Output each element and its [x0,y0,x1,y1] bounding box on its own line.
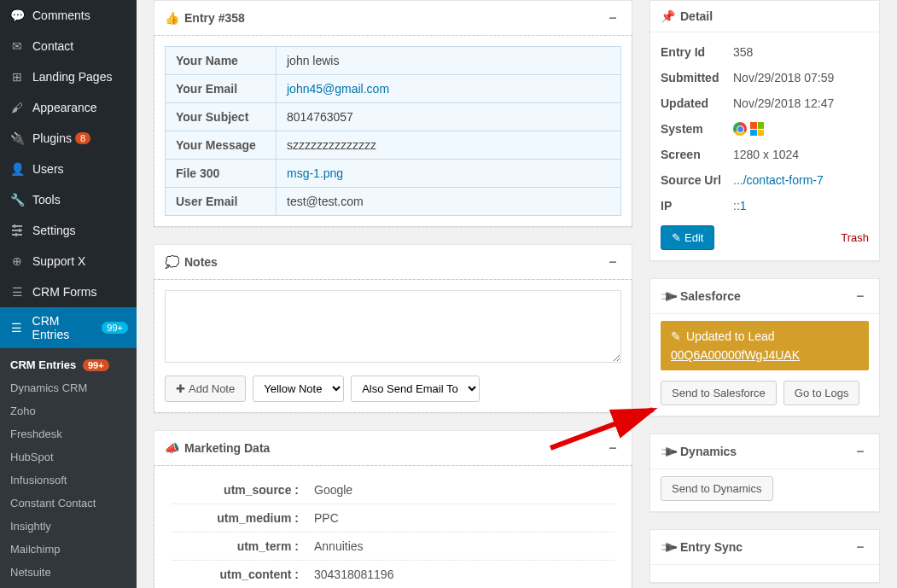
edit-button[interactable]: ✎ Edit [661,225,714,250]
entry-sync-panel: 🔌Entry Sync – [649,529,880,583]
detail-value: Nov/29/2018 12:47 [733,96,869,110]
megaphone-icon: 📣 [165,441,179,455]
sidebar-item-support-x[interactable]: ⊕Support X [0,246,137,277]
banner-text: Updated to Lead [686,329,775,343]
salesforce-status-banner: ✎ Updated to Lead 00Q6A00000fWgJ4UAK [661,321,869,370]
thumbs-up-icon: 👍 [165,11,179,25]
collapse-toggle[interactable]: – [852,288,869,305]
user-icon: 👤 [9,160,26,178]
sidebar-item-label: Landing Pages [32,70,112,84]
send-to-salesforce-button[interactable]: Send to Salesforce [661,381,777,405]
subitem-insightly[interactable]: Insightly [0,515,137,538]
subitem-netsuite[interactable]: Netsuite [0,561,137,584]
subitem-mailchimp[interactable]: Mailchimp [0,538,137,561]
sidebar-item-appearance[interactable]: 🖌Appearance [0,92,137,123]
panel-title: Entry Sync [680,540,743,554]
collapse-toggle[interactable]: – [604,440,621,457]
sidebar-item-plugins[interactable]: 🔌Plugins8 [0,123,137,154]
marketing-value: Google [304,483,615,497]
badge: 99+ [83,359,109,371]
note-email-select[interactable]: Also Send Email To [351,376,480,402]
ip-link[interactable]: ::1 [733,199,747,212]
add-note-button[interactable]: ✚Add Note [165,376,246,402]
badge: 99+ [102,322,128,334]
sidebar-item-comments[interactable]: 💬Comments [0,0,137,31]
button-label: Add Note [189,382,235,395]
sidebar-submenu: CRM Entries 99+ Dynamics CRM Zoho Freshd… [0,348,137,588]
sidebar-item-landing-pages[interactable]: ⊞Landing Pages [0,61,137,92]
subitem-infusionsoft[interactable]: Infusionsoft [0,469,137,492]
go-to-logs-button[interactable]: Go to Logs [783,381,860,405]
field-label: File 300 [166,160,277,188]
main-content: 👍Entry #358 – Your Namejohn lewisYour Em… [137,0,897,588]
field-link[interactable]: msg-1.png [287,166,343,180]
panel-title: Notes [184,255,218,269]
collapse-toggle[interactable]: – [852,443,869,460]
trash-link[interactable]: Trash [841,231,869,244]
admin-sidebar: 💬Comments ✉Contact ⊞Landing Pages 🖌Appea… [0,0,137,588]
table-row: Your Emailjohn45@gmail.com [166,75,621,103]
marketing-label: utm_content : [172,568,304,581]
pin-icon: 📌 [661,9,675,23]
marketing-label: utm_medium : [172,511,304,525]
svg-rect-3 [14,224,15,228]
wrench-icon: 🔧 [9,191,26,208]
table-row: Your Messageszzzzzzzzzzzzzz [166,131,621,160]
sliders-icon [9,222,26,239]
subitem-crm-entries[interactable]: CRM Entries 99+ [0,353,137,376]
sidebar-item-label: Comments [32,9,90,22]
subitem-constant-contact[interactable]: Constant Contact [0,492,137,515]
panel-title: Marketing Data [184,441,270,455]
plug-icon: 🔌 [658,441,678,461]
note-textarea[interactable] [165,290,621,363]
send-to-dynamics-button[interactable]: Send to Dynamics [661,476,773,501]
sidebar-item-crm-forms[interactable]: ☰CRM Forms [0,277,137,307]
salesforce-record-link[interactable]: 00Q6A00000fWgJ4UAK [671,348,859,362]
subitem-zoho[interactable]: Zoho [0,399,137,422]
marketing-label: utm_term : [172,539,304,553]
detail-label: System [661,122,733,136]
button-label: Edit [684,231,703,244]
marketing-label: utm_source : [172,483,304,497]
subitem-dynamics[interactable]: Dynamics CRM [0,376,137,399]
table-row: Your Subject8014763057 [166,103,621,131]
notes-panel: 💭Notes – ✚Add Note Yellow Note Also Send… [154,244,632,413]
detail-value: 358 [733,45,869,59]
brush-icon: 🖌 [9,99,26,116]
sidebar-item-label: CRM Entries [32,314,99,341]
sidebar-item-label: Settings [32,224,76,237]
collapse-toggle[interactable]: – [604,9,621,26]
plug-icon: 🔌 [658,537,678,556]
collapse-toggle[interactable]: – [852,539,869,556]
sidebar-item-contact[interactable]: ✉Contact [0,31,137,61]
field-label: Your Subject [166,103,277,131]
entry-fields-table: Your Namejohn lewisYour Emailjohn45@gmai… [165,46,621,216]
detail-label: Updated [661,96,733,110]
sidebar-item-users[interactable]: 👤Users [0,154,137,184]
sidebar-item-label: Appearance [32,101,97,114]
table-row: Your Namejohn lewis [166,47,621,75]
source-url-link[interactable]: .../contact-form-7 [733,173,824,187]
pencil-icon: ✎ [672,231,681,244]
marketing-row: utm_content :304318081196 [172,561,615,588]
subitem-hubspot[interactable]: HubSpot [0,445,137,469]
sidebar-item-label: Plugins [32,131,72,145]
comment-icon: 💬 [9,7,26,24]
detail-panel: 📌Detail Entry Id358 SubmittedNov/29/2018… [649,0,880,261]
field-link[interactable]: john45@gmail.com [287,82,389,96]
chrome-icon [733,122,747,136]
note-color-select[interactable]: Yellow Note [253,376,344,402]
sidebar-item-tools[interactable]: 🔧Tools [0,184,137,215]
panel-title: Detail [680,9,713,23]
subitem-freshdesk[interactable]: Freshdesk [0,422,137,445]
detail-value: Nov/29/2018 07:59 [733,71,869,84]
sidebar-item-crm-entries[interactable]: ☰CRM Entries99+ [0,307,137,348]
svg-rect-5 [15,233,17,236]
field-value: 8014763057 [277,103,621,131]
sidebar-item-settings[interactable]: Settings [0,215,137,246]
marketing-row: utm_term :Annuities [172,533,615,561]
detail-label: Entry Id [661,45,733,59]
svg-rect-1 [12,230,22,231]
dynamics-panel: 🔌Dynamics – Send to Dynamics [649,434,880,512]
collapse-toggle[interactable]: – [604,253,621,271]
